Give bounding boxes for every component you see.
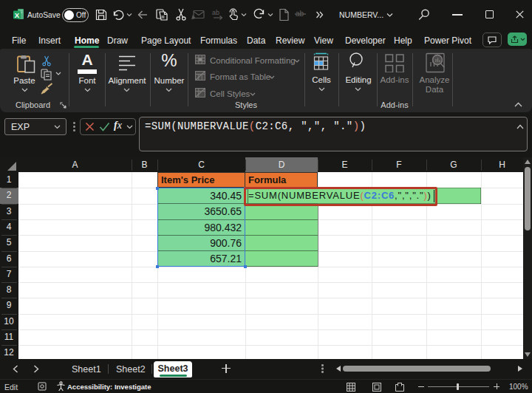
svg-text:ab: ab	[212, 9, 219, 16]
svg-text:X: X	[15, 11, 20, 19]
